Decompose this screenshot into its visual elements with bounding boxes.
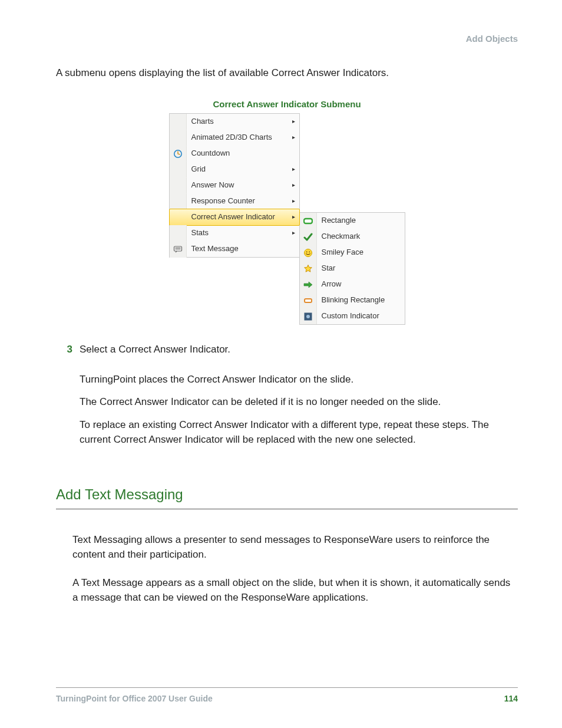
- section-paragraph: Text Messaging allows a presenter to sen…: [72, 533, 518, 562]
- svg-point-4: [306, 251, 307, 252]
- submenu-label: Custom Indicator: [317, 311, 405, 322]
- blank-icon: [170, 114, 187, 130]
- svg-point-3: [304, 249, 312, 256]
- submenu-arrow-icon: ▸: [289, 229, 299, 238]
- submenu-item-custom-indicator[interactable]: Custom Indicator: [300, 308, 405, 324]
- text-message-icon: [170, 241, 187, 258]
- blank-icon: [170, 130, 187, 146]
- menu-figure: Charts ▸ Animated 2D/3D Charts ▸ Countdo…: [56, 113, 518, 325]
- intro-paragraph: A submenu opens displaying the list of a…: [56, 66, 518, 81]
- menu-label: Grid: [187, 164, 289, 175]
- submenu-arrow-icon: ▸: [289, 213, 299, 222]
- submenu-label: Arrow: [317, 279, 405, 290]
- footer-title: TurningPoint for Office 2007 User Guide: [56, 693, 213, 704]
- submenu-arrow-icon: ▸: [289, 165, 299, 174]
- checkmark-icon: [300, 229, 317, 245]
- header-section-title: Add Objects: [56, 32, 518, 45]
- submenu-label: Star: [317, 263, 405, 274]
- menu-item-answer-now[interactable]: Answer Now ▸: [170, 177, 299, 193]
- menu-item-stats[interactable]: Stats ▸: [170, 225, 299, 241]
- step-number: 3: [56, 342, 80, 455]
- blank-icon: [170, 209, 187, 226]
- svg-point-5: [309, 251, 310, 252]
- rectangle-icon: [300, 213, 317, 229]
- submenu-label: Smiley Face: [317, 247, 405, 258]
- submenu-item-checkmark[interactable]: Checkmark: [300, 229, 405, 245]
- blank-icon: [170, 162, 187, 178]
- menu-item-animated-charts[interactable]: Animated 2D/3D Charts ▸: [170, 130, 299, 146]
- clock-icon: [170, 146, 187, 162]
- menu-label: Correct Answer Indicator: [187, 212, 289, 223]
- svg-rect-6: [305, 299, 312, 302]
- submenu-label: Blinking Rectangle: [317, 295, 405, 306]
- blank-icon: [170, 225, 187, 242]
- sub-menu: Rectangle Checkmark Smiley Face: [299, 212, 405, 325]
- menu-label: Answer Now: [187, 180, 289, 191]
- svg-point-8: [306, 315, 310, 318]
- menu-item-correct-answer-indicator[interactable]: Correct Answer Indicator ▸: [169, 209, 300, 226]
- menu-label: Animated 2D/3D Charts: [187, 132, 289, 143]
- menu-item-charts[interactable]: Charts ▸: [170, 114, 299, 130]
- menu-label: Stats: [187, 228, 289, 239]
- page-number: 114: [504, 693, 518, 704]
- menu-label: Response Counter: [187, 196, 289, 207]
- menu-label: Countdown: [187, 148, 289, 159]
- section-heading: Add Text Messaging: [56, 485, 518, 509]
- page-footer: TurningPoint for Office 2007 User Guide …: [56, 687, 518, 704]
- main-menu: Charts ▸ Animated 2D/3D Charts ▸ Countdo…: [169, 113, 300, 258]
- submenu-item-arrow[interactable]: Arrow: [300, 276, 405, 292]
- menu-label: Text Message: [187, 243, 289, 255]
- submenu-label: Rectangle: [317, 215, 405, 226]
- custom-indicator-icon: [300, 308, 317, 324]
- submenu-item-star[interactable]: Star: [300, 261, 405, 276]
- submenu-item-smiley[interactable]: Smiley Face: [300, 245, 405, 261]
- star-icon: [300, 261, 317, 276]
- submenu-arrow-icon: ▸: [289, 133, 299, 142]
- blank-icon: [170, 193, 187, 210]
- blank-icon: [170, 177, 187, 194]
- submenu-item-rectangle[interactable]: Rectangle: [300, 213, 405, 229]
- submenu-arrow-icon: ▸: [289, 197, 299, 206]
- figure-caption: Correct Answer Indicator Submenu: [56, 98, 518, 111]
- blinking-rectangle-icon: [300, 292, 317, 308]
- submenu-arrow-icon: ▸: [289, 117, 299, 126]
- step-line: To replace an existing Correct Answer In…: [80, 418, 518, 447]
- step-line: TurningPoint places the Correct Answer I…: [80, 373, 518, 387]
- smiley-icon: [300, 245, 317, 261]
- step-line: The Correct Answer Indicator can be dele…: [80, 395, 518, 410]
- menu-item-grid[interactable]: Grid ▸: [170, 162, 299, 177]
- menu-item-countdown[interactable]: Countdown: [170, 146, 299, 162]
- menu-label: Charts: [187, 116, 289, 127]
- submenu-label: Checkmark: [317, 231, 405, 242]
- menu-item-text-message[interactable]: Text Message: [170, 241, 299, 257]
- arrow-icon: [300, 276, 317, 292]
- submenu-arrow-icon: ▸: [289, 181, 299, 190]
- svg-rect-2: [304, 219, 312, 223]
- submenu-item-blinking-rectangle[interactable]: Blinking Rectangle: [300, 292, 405, 308]
- section-paragraph: A Text Message appears as a small object…: [72, 576, 518, 605]
- step-line: Select a Correct Answer Indicator.: [80, 342, 518, 357]
- step-3: 3 Select a Correct Answer Indicator. Tur…: [56, 342, 518, 455]
- menu-item-response-counter[interactable]: Response Counter ▸: [170, 193, 299, 209]
